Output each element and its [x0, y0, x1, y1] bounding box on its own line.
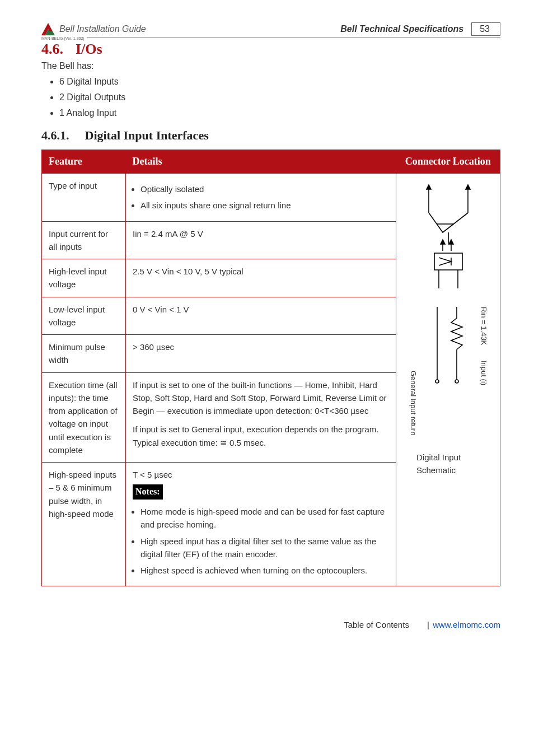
- details-cell: 2.5 V < Vin < 10 V, 5 V typical: [126, 259, 396, 297]
- details-cell: Iin = 2.4 mA @ 5 V: [126, 221, 396, 259]
- section-title: I/Os: [76, 41, 102, 57]
- page-footer: Table of Contents | www.elmomc.com: [41, 620, 500, 629]
- page-number: 53: [471, 22, 500, 36]
- feature-cell: Minimum pulse width: [42, 335, 126, 373]
- manual-version-label: MAN-BELIG (Ver. 1.302): [41, 36, 87, 40]
- elmo-logo-icon: [41, 23, 55, 35]
- list-item: Optically isolated: [140, 183, 389, 195]
- footer-separator: |: [427, 620, 429, 629]
- input-label: Input (i): [478, 361, 489, 385]
- col-header-feature: Feature: [42, 150, 126, 174]
- resistor-input-icon: [429, 307, 468, 436]
- svg-marker-10: [441, 240, 445, 244]
- section-intro: The Bell has:: [41, 61, 500, 71]
- spec-table: Feature Details Connector Location Type …: [41, 150, 500, 586]
- feature-cell: Type of input: [42, 174, 126, 222]
- col-header-connector: Connector Location: [396, 150, 500, 174]
- svg-point-20: [435, 380, 439, 383]
- optocoupler-schematic-icon: [412, 179, 485, 291]
- feature-cell: High-speed inputs – 5 & 6 minimum pulse …: [42, 463, 126, 586]
- notes-label: Notes:: [133, 484, 163, 500]
- hs-pulse-value: T < 5 µsec: [133, 468, 389, 481]
- svg-marker-11: [449, 240, 453, 244]
- page-header: Bell Installation Guide Bell Technical S…: [41, 22, 500, 36]
- subsection-number: 4.6.1.: [41, 128, 69, 142]
- guide-title: Bell Installation Guide: [59, 24, 340, 34]
- feature-cell: Low-level input voltage: [42, 297, 126, 335]
- details-cell: If input is set to one of the built-in f…: [126, 372, 396, 463]
- svg-rect-12: [434, 253, 462, 270]
- svg-point-18: [455, 380, 458, 383]
- details-cell: Optically isolated All six inputs share …: [126, 174, 396, 222]
- feature-cell: High-level input voltage: [42, 259, 126, 297]
- table-header-row: Feature Details Connector Location: [42, 150, 500, 174]
- feature-cell: Input current for all inputs: [42, 221, 126, 259]
- svg-marker-5: [466, 185, 470, 189]
- header-divider: MAN-BELIG (Ver. 1.302): [41, 37, 500, 38]
- list-item: Highest speed is achieved when turning o…: [140, 564, 389, 577]
- section-number: 4.6.: [41, 41, 63, 57]
- col-header-details: Details: [126, 150, 396, 174]
- rin-label: Rin = 1.43K: [478, 307, 489, 345]
- table-row: Type of input Optically isolated All six…: [42, 174, 500, 222]
- spec-title: Bell Technical Specifications: [340, 24, 463, 34]
- section-heading: 4.6.I/Os: [41, 41, 500, 58]
- list-item: High speed input has a digital filter se…: [140, 535, 389, 561]
- details-cell: > 360 µsec: [126, 335, 396, 373]
- schematic-caption: Digital Input Schematic: [403, 451, 493, 477]
- list-item: Home mode is high-speed mode and can be …: [140, 505, 389, 531]
- list-item: 1 Analog Input: [59, 108, 500, 118]
- details-cell: 0 V < Vin < 1 V: [126, 297, 396, 335]
- details-para: If input is set to one of the built-in f…: [133, 379, 389, 418]
- list-item: 2 Digital Outputs: [59, 92, 500, 102]
- toc-link[interactable]: Table of Contents: [344, 620, 409, 629]
- return-label: General input return: [407, 371, 418, 436]
- subsection-heading: 4.6.1.Digital Input Interfaces: [41, 128, 500, 143]
- list-item: 6 Digital Inputs: [59, 77, 500, 87]
- svg-marker-4: [427, 185, 431, 189]
- details-para: If input is set to General input, execut…: [133, 423, 389, 449]
- feature-cell: Execution time (all inputs): the time fr…: [42, 372, 126, 463]
- elmo-url-link[interactable]: www.elmomc.com: [433, 620, 500, 629]
- subsection-title: Digital Input Interfaces: [85, 128, 209, 142]
- list-item: All six inputs share one signal return l…: [140, 199, 389, 212]
- schematic-cell: General input return: [396, 174, 500, 586]
- section-bullet-list: 6 Digital Inputs 2 Digital Outputs 1 Ana…: [55, 77, 500, 118]
- details-cell: T < 5 µsec Notes: Home mode is high-spee…: [126, 463, 396, 586]
